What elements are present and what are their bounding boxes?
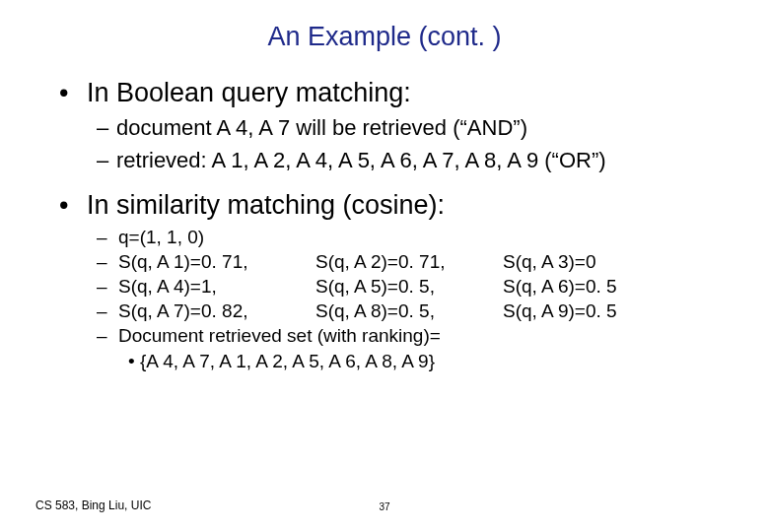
sim-row: S(q, A 7)=0. 82, S(q, A 8)=0. 5, S(q, A … xyxy=(118,300,730,322)
bullet-level2: – retrieved: A 1, A 2, A 4, A 5, A 6, A … xyxy=(97,147,730,175)
slide: An Example (cont. ) • In Boolean query m… xyxy=(0,0,769,532)
bullet-level2: – S(q, A 4)=1, S(q, A 5)=0. 5, S(q, A 6)… xyxy=(97,276,730,298)
slide-body: • In Boolean query matching: – document … xyxy=(0,78,769,372)
bullet-dot-icon: • xyxy=(59,78,87,108)
section1-item: document A 4, A 7 will be retrieved (“AN… xyxy=(116,114,527,143)
section2-heading: In similarity matching (cosine): xyxy=(87,190,445,221)
dash-icon: – xyxy=(97,300,118,322)
cell: S(q, A 4)=1, xyxy=(118,276,315,298)
cell: S(q, A 9)=0. 5 xyxy=(503,300,617,322)
bullet-level1: • In similarity matching (cosine): xyxy=(59,190,730,221)
page-number: 37 xyxy=(379,501,389,512)
section1-item: retrieved: A 1, A 2, A 4, A 5, A 6, A 7,… xyxy=(116,147,606,175)
cell: S(q, A 2)=0. 71, xyxy=(315,251,503,273)
cell: S(q, A 1)=0. 71, xyxy=(118,251,315,273)
bullet-dot-icon: • xyxy=(128,351,140,372)
cell: S(q, A 5)=0. 5, xyxy=(315,276,503,298)
sim-row: q=(1, 1, 0) xyxy=(118,227,730,248)
cell: S(q, A 7)=0. 82, xyxy=(118,300,315,322)
dash-icon: – xyxy=(97,251,118,273)
bullet-level2: – Document retrieved set (with ranking)= xyxy=(97,325,730,347)
bullet-level1: • In Boolean query matching: xyxy=(59,78,730,108)
cell: S(q, A 6)=0. 5 xyxy=(503,276,617,298)
bullet-level3: • {A 4, A 7, A 1, A 2, A 5, A 6, A 8, A … xyxy=(128,351,730,372)
bullet-level2: – q=(1, 1, 0) xyxy=(97,227,730,248)
section1-heading: In Boolean query matching: xyxy=(87,78,411,108)
cell: Document retrieved set (with ranking)= xyxy=(118,325,441,347)
dash-icon: – xyxy=(97,276,118,298)
bullet-level2: – S(q, A 1)=0. 71, S(q, A 2)=0. 71, S(q,… xyxy=(97,251,730,273)
dash-icon: – xyxy=(97,227,118,248)
cell: S(q, A 8)=0. 5, xyxy=(315,300,503,322)
slide-title: An Example (cont. ) xyxy=(0,0,769,70)
sim-row: Document retrieved set (with ranking)= xyxy=(118,325,730,347)
retrieved-set: {A 4, A 7, A 1, A 2, A 5, A 6, A 8, A 9} xyxy=(140,351,435,372)
footer-text: CS 583, Bing Liu, UIC xyxy=(35,499,151,512)
bullet-level2: – S(q, A 7)=0. 82, S(q, A 8)=0. 5, S(q, … xyxy=(97,300,730,322)
dash-icon: – xyxy=(97,325,118,347)
sim-row: S(q, A 4)=1, S(q, A 5)=0. 5, S(q, A 6)=0… xyxy=(118,276,730,298)
dash-icon: – xyxy=(97,114,116,143)
cell: q=(1, 1, 0) xyxy=(118,227,315,248)
dash-icon: – xyxy=(97,147,116,175)
cell: S(q, A 3)=0 xyxy=(503,251,596,273)
sim-row: S(q, A 1)=0. 71, S(q, A 2)=0. 71, S(q, A… xyxy=(118,251,730,273)
bullet-level2: – document A 4, A 7 will be retrieved (“… xyxy=(97,114,730,143)
bullet-dot-icon: • xyxy=(59,190,87,221)
